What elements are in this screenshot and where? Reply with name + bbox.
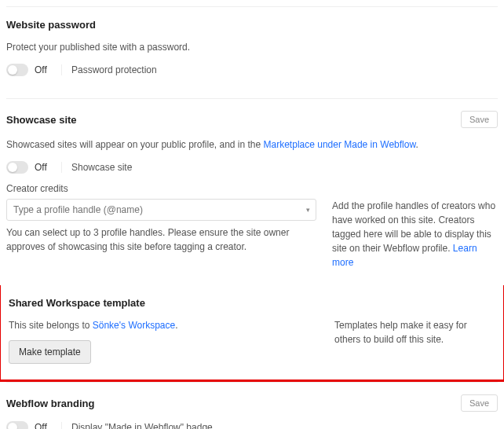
- creator-credits-left: ▾ You can select up to 3 profile handles…: [6, 199, 316, 254]
- handle-input-wrap: ▾: [6, 199, 316, 221]
- showcase-site-section: Showcase site Save Showcased sites will …: [6, 98, 498, 285]
- password-toggle-state: Off: [35, 64, 52, 75]
- template-side: Templates help make it easy for others t…: [334, 318, 495, 346]
- belongs-suffix: .: [175, 320, 177, 331]
- website-password-header: Website password: [6, 19, 498, 31]
- password-toggle-label: Password protection: [61, 64, 157, 75]
- workspace-link[interactable]: Sönke's Workspace: [93, 320, 175, 331]
- showcase-header: Showcase site Save: [6, 111, 498, 128]
- showcase-desc: Showcased sites will appear on your publ…: [6, 138, 498, 152]
- website-password-title: Website password: [6, 19, 96, 31]
- website-password-desc: Protect your published site with a passw…: [6, 40, 498, 54]
- password-toggle[interactable]: [6, 64, 28, 76]
- webflow-branding-section: Webflow branding Save Off Display "Made …: [6, 382, 498, 429]
- profile-handle-input[interactable]: [6, 199, 316, 221]
- template-title: Shared Workspace template: [9, 297, 145, 309]
- password-toggle-row: Off Password protection: [6, 64, 498, 76]
- showcase-toggle-state: Off: [35, 162, 52, 173]
- website-password-section: Website password Protect your published …: [6, 6, 498, 98]
- showcase-desc-suffix: .: [415, 139, 418, 150]
- shared-workspace-template-section: Shared Workspace template This site belo…: [0, 285, 504, 382]
- badge-toggle-state: Off: [35, 422, 52, 429]
- showcase-save-button[interactable]: Save: [461, 111, 498, 128]
- branding-header: Webflow branding Save: [6, 394, 498, 412]
- branding-title: Webflow branding: [6, 398, 94, 409]
- showcase-toggle-label: Showcase site: [61, 162, 132, 173]
- showcase-title: Showcase site: [6, 114, 77, 126]
- template-header: Shared Workspace template: [9, 297, 495, 309]
- showcase-desc-prefix: Showcased sites will appear on your publ…: [6, 139, 264, 150]
- creator-credits-side: Add the profile handles of creators who …: [332, 199, 498, 270]
- template-row: This site belongs to Sönke's Workspace. …: [9, 318, 495, 364]
- creator-credits-label: Creator credits: [6, 183, 498, 194]
- marketplace-link[interactable]: Marketplace under Made in Webflow: [264, 139, 416, 150]
- badge-toggle-row: Off Display "Made in Webflow" badge: [6, 421, 498, 429]
- belongs-prefix: This site belongs to: [9, 320, 93, 331]
- make-template-button[interactable]: Make template: [9, 340, 91, 364]
- badge-toggle[interactable]: [6, 421, 28, 429]
- handle-helper: You can select up to 3 profile handles. …: [6, 226, 316, 254]
- template-belongs: This site belongs to Sönke's Workspace.: [9, 318, 319, 332]
- badge-toggle-label: Display "Made in Webflow" badge: [61, 422, 213, 429]
- template-left: This site belongs to Sönke's Workspace. …: [9, 318, 319, 364]
- showcase-toggle-row: Off Showcase site: [6, 161, 498, 174]
- branding-save-button[interactable]: Save: [461, 394, 498, 412]
- creator-credits-row: ▾ You can select up to 3 profile handles…: [6, 199, 498, 270]
- showcase-toggle[interactable]: [6, 161, 28, 174]
